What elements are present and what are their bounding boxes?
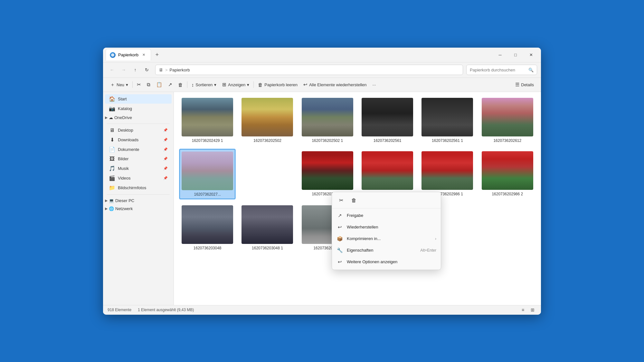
- paste-button[interactable]: 📋: [154, 79, 165, 90]
- file-thumbnail: [302, 98, 353, 136]
- new-chevron: ▾: [126, 82, 128, 87]
- file-name: 1620736203048 1: [252, 246, 283, 250]
- file-item[interactable]: 1620736202429 1: [179, 95, 236, 145]
- list-view-button[interactable]: ≡: [519, 306, 527, 314]
- sidebar-item-downloads[interactable]: ⬇ Downloads 📌: [105, 135, 172, 144]
- statusbar-right: ≡ ⊞: [519, 306, 536, 314]
- sidebar-item-dokumente[interactable]: 📄 Dokumente 📌: [105, 145, 172, 154]
- videos-pin-icon: 📌: [163, 176, 168, 180]
- sidebar-item-desktop[interactable]: 🖥 Desktop 📌: [105, 126, 172, 135]
- close-button[interactable]: ✕: [524, 50, 538, 60]
- sidebar-item-bilder[interactable]: 🖼 Bilder 📌: [105, 154, 172, 163]
- sidebar-item-katalog[interactable]: 📷 Katalog: [105, 104, 172, 113]
- address-bar[interactable]: 🖥 > Papierkorb: [155, 65, 463, 75]
- file-item[interactable]: 1620736202612: [479, 95, 536, 145]
- view-button[interactable]: ⊞ Anzeigen ▾: [220, 79, 252, 90]
- sidebar-item-bildschirmfotos[interactable]: 📁 Bildschirmfotos: [105, 183, 172, 192]
- file-name: 1620736202502 1: [312, 138, 343, 143]
- file-item[interactable]: 1620736202561 1: [419, 95, 476, 145]
- details-button[interactable]: ☰ Details: [513, 79, 536, 90]
- bilder-icon: 🖼: [109, 156, 115, 162]
- ctx-more-options-icon: ↩: [336, 259, 343, 265]
- sort-chevron: ▾: [214, 82, 216, 87]
- sidebar-item-bilder-label: Bilder: [118, 156, 128, 161]
- onedrive-expand-icon: ▶: [105, 116, 108, 120]
- delete-button[interactable]: 🗑: [175, 79, 185, 90]
- empty-bin-label: Papierkorb leeren: [264, 82, 298, 87]
- back-button[interactable]: ←: [107, 65, 117, 75]
- new-tab-button[interactable]: +: [152, 50, 162, 60]
- minimize-button[interactable]: ─: [493, 50, 507, 60]
- file-item[interactable]: 1620736202986 2: [479, 149, 536, 200]
- paste-icon: 📋: [156, 82, 162, 88]
- ctx-more-options-item[interactable]: ↩ Weitere Optionen anzeigen: [332, 256, 441, 268]
- empty-bin-button[interactable]: 🗑 Papierkorb leeren: [255, 79, 300, 90]
- file-area[interactable]: 1620736202429 1 1620736202502 1620736202…: [174, 92, 541, 305]
- file-name: 1620736202502: [253, 138, 281, 143]
- restore-all-button[interactable]: ↩ Alle Elemente wiederherstellen: [301, 79, 369, 90]
- search-bar[interactable]: 🔍: [466, 65, 537, 75]
- sidebar-item-start-label: Start: [118, 97, 127, 101]
- ctx-compress-arrow: ›: [435, 237, 436, 241]
- file-item[interactable]: 1620736203048 1: [239, 203, 296, 253]
- maximize-button[interactable]: □: [508, 50, 523, 60]
- search-input[interactable]: [470, 68, 526, 72]
- share-icon: ↗: [168, 82, 172, 88]
- cut-button[interactable]: ✂: [134, 79, 144, 90]
- ctx-compress-item[interactable]: 📦 Komprimieren in... ›: [332, 233, 441, 245]
- file-name: 1620736202561: [374, 138, 402, 143]
- tab-close-button[interactable]: ✕: [141, 52, 147, 58]
- file-item[interactable]: 1620736202561: [359, 95, 416, 145]
- ctx-properties-item[interactable]: 🔧 Eigenschaften Alt+Enter: [332, 245, 441, 256]
- separator-2: [187, 81, 187, 88]
- file-name: 1620736202612: [493, 138, 521, 143]
- ctx-delete-button[interactable]: 🗑: [348, 195, 360, 206]
- sidebar-item-bildschirmfotos-label: Bildschirmfotos: [118, 185, 146, 190]
- new-button[interactable]: ＋ Neu ▾: [108, 79, 131, 90]
- dokumente-pin-icon: 📌: [163, 147, 168, 152]
- grid-view-button[interactable]: ⊞: [529, 306, 536, 314]
- delete-icon: 🗑: [178, 82, 183, 88]
- ctx-restore-item[interactable]: ↩ Wiederherstellen: [332, 221, 441, 233]
- ctx-share-item[interactable]: ↗ Freigabe: [332, 210, 441, 221]
- file-item[interactable]: 1620736202502: [239, 95, 296, 145]
- selected-info: 1 Element ausgewählt (9,43 MB): [138, 308, 194, 312]
- file-item[interactable]: 1620736203048: [179, 203, 236, 253]
- sidebar-item-musik[interactable]: 🎵 Musik 📌: [105, 164, 172, 173]
- sort-button[interactable]: ↕ Sortieren ▾: [189, 79, 219, 90]
- empty-bin-icon: 🗑: [258, 82, 263, 88]
- bilder-pin-icon: 📌: [163, 157, 168, 161]
- navigation-toolbar: ← → ↑ ↻ 🖥 > Papierkorb 🔍: [103, 62, 541, 78]
- ctx-cut-button[interactable]: ✂: [335, 195, 347, 206]
- file-thumbnail: [182, 205, 233, 244]
- musik-pin-icon: 📌: [163, 166, 168, 171]
- file-thumbnail: [242, 98, 293, 136]
- refresh-button[interactable]: ↻: [142, 65, 152, 75]
- copy-button[interactable]: ⧉: [144, 79, 153, 90]
- restore-all-icon: ↩: [303, 82, 308, 88]
- sidebar-item-start[interactable]: 🏠 Start: [105, 94, 172, 104]
- sidebar-item-dokumente-label: Dokumente: [118, 147, 139, 152]
- command-bar: ＋ Neu ▾ ✂ ⧉ 📋 ↗ 🗑 ↕ Sortieren ▾ ⊞ Anzeig…: [103, 78, 541, 92]
- copy-icon: ⧉: [147, 82, 150, 88]
- videos-icon: 🎬: [109, 175, 115, 181]
- forward-button[interactable]: →: [118, 65, 129, 75]
- sidebar-item-netzwerk-label: Netzwerk: [115, 206, 133, 211]
- share-button[interactable]: ↗: [166, 79, 175, 90]
- sidebar-item-dieser-pc[interactable]: ▶ 💻 Dieser PC: [103, 197, 174, 205]
- file-item-selected[interactable]: 16207362027...: [179, 149, 236, 200]
- ctx-share-icon: ↗: [336, 212, 343, 219]
- sidebar-item-onedrive-label: OneDrive: [114, 115, 132, 120]
- file-thumbnail: [482, 151, 533, 190]
- ctx-compress-label: Komprimieren in...: [347, 236, 381, 241]
- more-button[interactable]: ···: [370, 79, 378, 90]
- separator-3: [253, 81, 254, 88]
- file-thumbnail: [421, 151, 473, 190]
- papierkorb-tab[interactable]: Papierkorb ✕: [106, 49, 151, 60]
- file-item[interactable]: 1620736202502 1: [299, 95, 356, 145]
- sidebar-item-netzwerk[interactable]: ▶ 🌐 Netzwerk: [103, 205, 174, 213]
- sidebar-item-videos[interactable]: 🎬 Videos 📌: [105, 173, 172, 183]
- file-name: 1620736202986 2: [492, 192, 523, 196]
- sidebar-item-onedrive[interactable]: ▶ ☁ OneDrive: [103, 114, 174, 122]
- up-button[interactable]: ↑: [130, 65, 140, 75]
